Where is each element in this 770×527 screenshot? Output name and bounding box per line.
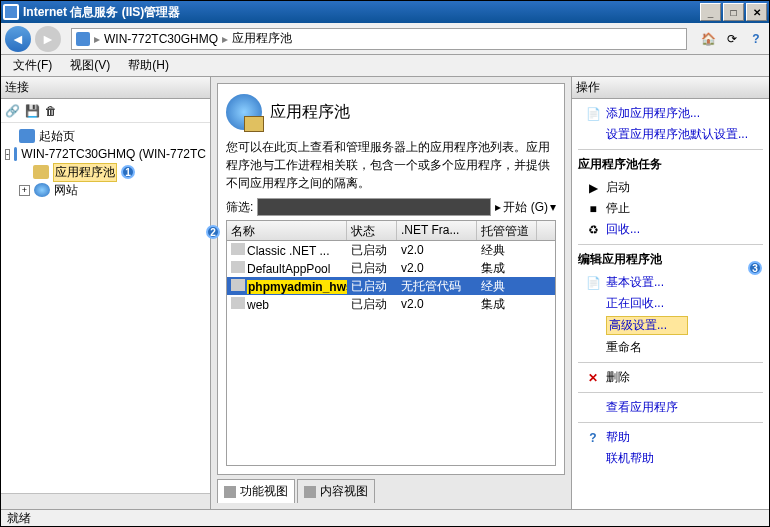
- menu-view[interactable]: 视图(V): [62, 55, 118, 76]
- close-button[interactable]: ✕: [746, 3, 767, 21]
- action-delete[interactable]: ✕删除: [578, 367, 763, 388]
- actions-list: 📄添加应用程序池... 设置应用程序池默认设置... 应用程序池任务 ▶启动 ■…: [572, 99, 769, 509]
- action-online-help[interactable]: 联机帮助: [578, 448, 763, 469]
- action-add-apppool[interactable]: 📄添加应用程序池...: [578, 103, 763, 124]
- status-text: 就绪: [7, 510, 31, 527]
- actions-panel: 操作 📄添加应用程序池... 设置应用程序池默认设置... 应用程序池任务 ▶启…: [571, 77, 769, 509]
- connections-panel: 连接 🔗 💾 🗑 起始页 - WIN-772TC30GHMQ (WIN-772T…: [1, 77, 211, 509]
- item-icon: [231, 243, 245, 255]
- content-box: 应用程序池 您可以在此页上查看和管理服务器上的应用程序池列表。应用程序池与工作进…: [217, 83, 565, 475]
- minimize-button[interactable]: _: [700, 3, 721, 21]
- play-icon: ▶: [586, 181, 600, 195]
- filter-label: 筛选:: [226, 199, 253, 216]
- tree-start-page[interactable]: 起始页: [5, 127, 206, 145]
- action-recycle[interactable]: ♻回收...: [578, 219, 763, 240]
- home-icon[interactable]: 🏠: [699, 30, 717, 48]
- connections-tree: 起始页 - WIN-772TC30GHMQ (WIN-772TC 应用程序池 1…: [1, 123, 210, 493]
- page-description: 您可以在此页上查看和管理服务器上的应用程序池列表。应用程序池与工作进程相关联，包…: [226, 138, 556, 192]
- workspace: 连接 🔗 💾 🗑 起始页 - WIN-772TC30GHMQ (WIN-772T…: [1, 77, 769, 509]
- server-icon: [14, 147, 17, 161]
- menu-file[interactable]: 文件(F): [5, 55, 60, 76]
- doc-icon: 📄: [586, 276, 600, 290]
- item-icon: [231, 297, 245, 309]
- filter-bar: 筛选: ▸ 开始 (G) ▾: [226, 198, 556, 216]
- connections-toolbar: 🔗 💾 🗑: [1, 99, 210, 123]
- menu-help[interactable]: 帮助(H): [120, 55, 177, 76]
- recycle-icon: ♻: [586, 223, 600, 237]
- maximize-button[interactable]: □: [723, 3, 744, 21]
- connections-header: 连接: [1, 77, 210, 99]
- grid-body: Classic .NET ... 已启动 v2.0 经典 DefaultAppP…: [226, 240, 556, 466]
- breadcrumb-server[interactable]: WIN-772TC30GHMQ: [104, 32, 218, 46]
- item-icon: [231, 279, 245, 291]
- page-title: 应用程序池: [270, 102, 350, 123]
- action-stop[interactable]: ■停止: [578, 198, 763, 219]
- tab-features[interactable]: 功能视图: [217, 479, 295, 503]
- collapse-icon[interactable]: -: [5, 149, 10, 160]
- status-bar: 就绪: [1, 509, 769, 527]
- stop-icon: ■: [586, 202, 600, 216]
- table-row[interactable]: web 已启动 v2.0 集成: [227, 295, 555, 313]
- chevron-right-icon: ▸: [222, 32, 228, 46]
- help-icon[interactable]: ?: [747, 30, 765, 48]
- table-row[interactable]: Classic .NET ... 已启动 v2.0 经典: [227, 241, 555, 259]
- action-basic-settings[interactable]: 📄基本设置...: [578, 272, 763, 293]
- expand-icon[interactable]: +: [19, 185, 30, 196]
- content-icon: [304, 486, 316, 498]
- server-icon: [76, 32, 90, 46]
- table-row[interactable]: DefaultAppPool 已启动 v2.0 集成: [227, 259, 555, 277]
- breadcrumb-page[interactable]: 应用程序池: [232, 30, 292, 47]
- sites-icon: [34, 183, 50, 197]
- action-view-apps[interactable]: 查看应用程序: [578, 397, 763, 418]
- delete-conn-icon[interactable]: 🗑: [45, 104, 59, 118]
- annotation-badge-2: 2: [206, 225, 220, 239]
- action-set-defaults[interactable]: 设置应用程序池默认设置...: [578, 124, 763, 145]
- col-status[interactable]: 状态: [347, 221, 397, 240]
- nav-toolbar: ◄ ► ▸ WIN-772TC30GHMQ ▸ 应用程序池 🏠 ⟳ ?: [1, 23, 769, 55]
- tab-content[interactable]: 内容视图: [297, 479, 375, 503]
- group-tasks: 应用程序池任务: [578, 156, 763, 173]
- address-bar[interactable]: ▸ WIN-772TC30GHMQ ▸ 应用程序池: [71, 28, 687, 50]
- col-name[interactable]: 名称: [227, 221, 347, 240]
- features-icon: [224, 486, 236, 498]
- col-pipe[interactable]: 托管管道模: [477, 221, 537, 240]
- scrollbar-horizontal[interactable]: [1, 493, 210, 509]
- tree-apppools[interactable]: 应用程序池 1: [5, 163, 206, 181]
- group-edit: 编辑应用程序池: [578, 251, 763, 268]
- actions-header: 操作: [572, 77, 769, 99]
- app-icon: [3, 4, 19, 20]
- action-rename[interactable]: 重命名: [578, 337, 763, 358]
- window-title: Internet 信息服务 (IIS)管理器: [23, 4, 698, 21]
- table-row-selected[interactable]: phpmyadmin_hws 已启动 无托管代码 经典: [227, 277, 555, 295]
- grid-header: 名称 状态 .NET Fra... 托管管道模: [226, 220, 556, 240]
- title-bar: Internet 信息服务 (IIS)管理器 _ □ ✕: [1, 1, 769, 23]
- annotation-badge-1: 1: [121, 165, 135, 179]
- add-icon: 📄: [586, 107, 600, 121]
- center-panel: 应用程序池 您可以在此页上查看和管理服务器上的应用程序池列表。应用程序池与工作进…: [211, 77, 571, 509]
- refresh-icon[interactable]: ⟳: [723, 30, 741, 48]
- nav-forward-button[interactable]: ►: [35, 26, 61, 52]
- save-icon[interactable]: 💾: [25, 104, 39, 118]
- action-start[interactable]: ▶启动: [578, 177, 763, 198]
- apppool-icon: [33, 165, 49, 179]
- item-icon: [231, 261, 245, 273]
- start-page-icon: [19, 129, 35, 143]
- action-recycling[interactable]: 正在回收...: [578, 293, 763, 314]
- view-tabs: 功能视图 内容视图: [217, 479, 565, 503]
- col-net[interactable]: .NET Fra...: [397, 221, 477, 240]
- tree-server[interactable]: - WIN-772TC30GHMQ (WIN-772TC: [5, 145, 206, 163]
- tree-sites[interactable]: + 网站: [5, 181, 206, 199]
- delete-icon: ✕: [586, 371, 600, 385]
- chevron-right-icon: ▸: [94, 32, 100, 46]
- connect-icon[interactable]: 🔗: [5, 104, 19, 118]
- go-button[interactable]: ▸ 开始 (G) ▾: [495, 199, 556, 216]
- filter-input[interactable]: [257, 198, 491, 216]
- action-help[interactable]: ?帮助: [578, 427, 763, 448]
- menu-bar: 文件(F) 视图(V) 帮助(H): [1, 55, 769, 77]
- action-advanced-settings[interactable]: 高级设置...: [578, 314, 763, 337]
- help-icon: ?: [586, 431, 600, 445]
- nav-back-button[interactable]: ◄: [5, 26, 31, 52]
- annotation-badge-3: 3: [748, 261, 762, 275]
- settings-icon: [586, 128, 600, 142]
- apppool-large-icon: [226, 94, 262, 130]
